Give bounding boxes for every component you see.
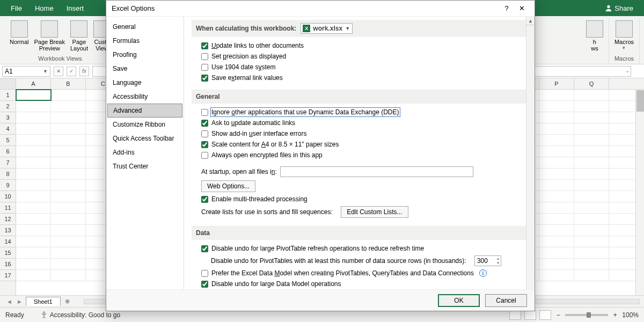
page-break-view-icon[interactable] — [539, 310, 551, 320]
edit-custom-lists-button[interactable]: Edit Custom Lists... — [341, 206, 408, 218]
cell[interactable] — [16, 225, 51, 236]
row-header[interactable]: 1 — [0, 90, 16, 101]
column-header[interactable]: A — [16, 78, 51, 89]
cell[interactable] — [51, 259, 86, 269]
cell[interactable] — [539, 225, 574, 236]
row-header[interactable]: 14 — [0, 236, 16, 247]
name-box[interactable]: A1▼ — [2, 66, 50, 77]
row-header[interactable]: 3 — [0, 112, 16, 123]
cell[interactable] — [51, 123, 86, 134]
content-scrollbar[interactable]: ▲ — [526, 17, 535, 289]
calc-checkbox[interactable] — [201, 64, 208, 71]
row-header[interactable]: 8 — [0, 169, 16, 180]
chevron-down-icon[interactable]: ▼ — [43, 69, 48, 74]
cell[interactable] — [16, 214, 51, 224]
cell[interactable] — [539, 90, 574, 100]
general-checkbox[interactable] — [201, 130, 208, 137]
page-layout-view-icon[interactable] — [524, 310, 536, 320]
cell[interactable] — [51, 225, 86, 236]
zoom-in-button[interactable]: + — [611, 311, 619, 319]
cell[interactable] — [16, 236, 51, 247]
calc-checkbox[interactable] — [201, 75, 208, 82]
cell[interactable] — [539, 112, 574, 123]
cell[interactable] — [539, 270, 574, 281]
calc-option[interactable]: Use 1904 date system — [201, 62, 525, 72]
macros-button[interactable]: Macros▾ — [612, 19, 636, 54]
sheet-tab[interactable]: Sheet1 — [26, 297, 61, 306]
large-model-undo-checkbox[interactable] — [201, 281, 208, 288]
help-button[interactable]: ? — [499, 2, 514, 15]
column-header[interactable]: Q — [574, 78, 609, 89]
calc-checkbox[interactable] — [201, 42, 208, 49]
general-option[interactable]: Ignore other applications that use Dynam… — [201, 107, 525, 118]
ok-button[interactable]: OK — [438, 294, 480, 307]
general-option[interactable]: Show add-in user interface errors — [201, 128, 525, 139]
options-nav-item[interactable]: Save — [106, 62, 184, 76]
calc-checkbox[interactable] — [201, 53, 208, 60]
cancel-button[interactable]: Cancel — [485, 294, 527, 307]
cell[interactable] — [51, 101, 86, 112]
cell[interactable] — [51, 169, 86, 179]
cell[interactable] — [51, 146, 86, 157]
calc-option[interactable]: Update links to other documents — [201, 40, 525, 51]
cell[interactable] — [574, 157, 609, 168]
cell[interactable] — [51, 180, 86, 191]
cell[interactable] — [51, 270, 86, 281]
options-content[interactable]: ▲ When calculating this workbook: X work… — [184, 17, 535, 289]
cell[interactable] — [539, 191, 574, 202]
general-option[interactable]: Always open encrypted files in this app — [201, 150, 525, 160]
options-nav-item[interactable]: Add-ins — [106, 145, 184, 159]
cell[interactable] — [574, 169, 609, 179]
general-checkbox[interactable] — [201, 109, 208, 116]
prefer-data-model-checkbox[interactable] — [201, 270, 208, 277]
cell[interactable] — [574, 270, 609, 281]
file-menu[interactable]: File — [4, 4, 28, 12]
cell[interactable] — [574, 247, 609, 258]
accessibility-status[interactable]: Accessibility: Good to go — [40, 311, 120, 319]
cell[interactable] — [16, 247, 51, 258]
prefer-data-model-option[interactable]: Prefer the Excel Data Model when creatin… — [201, 268, 525, 279]
cell[interactable] — [51, 135, 86, 145]
cell[interactable] — [574, 214, 609, 224]
cell[interactable] — [16, 123, 51, 134]
options-nav-item[interactable]: General — [106, 20, 184, 34]
row-header[interactable]: 12 — [0, 214, 16, 225]
cell[interactable] — [16, 135, 51, 145]
row-header[interactable]: 17 — [0, 270, 16, 281]
pivot-undo-checkbox[interactable] — [201, 245, 208, 252]
cell[interactable] — [16, 169, 51, 179]
page-layout-button[interactable]: Page Layout — [68, 19, 90, 54]
spin-up-icon[interactable]: ▲ — [496, 257, 500, 261]
cell[interactable] — [574, 191, 609, 202]
cell[interactable] — [539, 180, 574, 191]
share-button[interactable]: Share — [598, 4, 640, 12]
multithread-option[interactable]: Enable multi-threaded processing — [201, 194, 525, 204]
cell[interactable] — [51, 112, 86, 123]
cell[interactable] — [539, 146, 574, 157]
cell[interactable] — [51, 202, 86, 213]
cell[interactable] — [574, 112, 609, 123]
cell[interactable] — [539, 259, 574, 269]
fx-button[interactable]: fx — [79, 67, 89, 76]
cell[interactable] — [574, 202, 609, 213]
confirm-formula-button[interactable]: ✓ — [67, 67, 76, 76]
multithread-checkbox[interactable] — [201, 196, 208, 203]
cancel-formula-button[interactable]: ✕ — [54, 67, 63, 76]
cell[interactable] — [51, 214, 86, 224]
cell[interactable] — [539, 135, 574, 145]
cell[interactable] — [51, 236, 86, 247]
spin-down-icon[interactable]: ▼ — [496, 261, 500, 265]
pivot-rows-spinner[interactable]: 300 ▲▼ — [474, 255, 501, 266]
cell[interactable] — [574, 259, 609, 269]
row-header[interactable]: 2 — [0, 101, 16, 112]
cell[interactable] — [539, 123, 574, 134]
scroll-up-icon[interactable]: ▲ — [526, 17, 535, 25]
cell[interactable] — [16, 270, 51, 281]
large-model-undo-option[interactable]: Disable undo for large Data Model operat… — [201, 279, 525, 289]
info-icon[interactable]: i — [479, 269, 487, 277]
general-checkbox[interactable] — [201, 141, 208, 148]
cell[interactable] — [539, 247, 574, 258]
expand-formula-bar-icon[interactable]: ⌄ — [625, 68, 630, 74]
zoom-out-button[interactable]: − — [554, 311, 562, 319]
cell[interactable] — [539, 157, 574, 168]
